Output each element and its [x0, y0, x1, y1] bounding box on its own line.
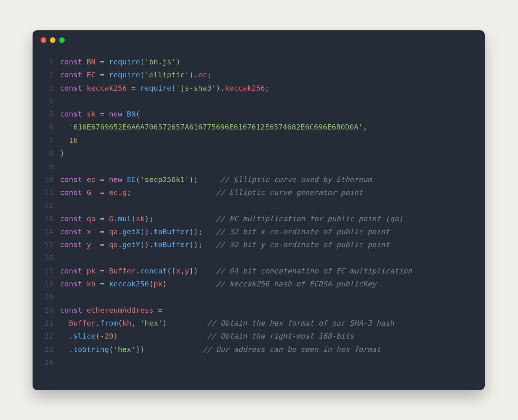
token-pn — [95, 110, 100, 118]
line-number: 2 — [33, 68, 60, 81]
code-line: 2const EC = require('elliptic').ec; — [33, 68, 485, 81]
token-vn: ec — [109, 188, 118, 197]
code-line: 21 Buffer.from(kh, 'hex') // Obtain the … — [33, 317, 485, 330]
line-content — [60, 290, 485, 303]
line-content: const y = qa.getY().toBuffer(); // 32 bi… — [60, 238, 485, 251]
token-pn — [198, 175, 220, 184]
token-kw: const — [60, 227, 82, 236]
token-pn — [104, 110, 109, 118]
token-pn — [95, 266, 100, 275]
traffic-light-zoom-icon[interactable] — [59, 37, 65, 43]
code-editor[interactable]: 1const BN = require('bn.js')2const EC = … — [33, 50, 485, 380]
line-number: 12 — [33, 199, 60, 212]
code-window: 1const BN = require('bn.js')2const EC = … — [33, 30, 485, 390]
token-pn — [104, 214, 109, 223]
token-cm: // EC multiplication for public point (q… — [216, 214, 403, 223]
token-pn: )) — [136, 345, 145, 354]
token-pn — [167, 279, 216, 288]
line-number: 13 — [33, 212, 60, 225]
token-pn — [104, 175, 109, 184]
token-pn: ) — [60, 149, 64, 158]
token-vn: ec — [87, 175, 95, 184]
token-pn: . — [118, 188, 122, 197]
token-fn: keccak256 — [109, 279, 149, 288]
token-vn: ec — [198, 70, 207, 79]
line-number: 10 — [33, 173, 60, 186]
token-pn — [198, 266, 216, 275]
token-pn: ) — [114, 332, 118, 340]
token-kw: const — [60, 188, 82, 197]
token-fn: concat — [140, 266, 167, 275]
line-number: 23 — [33, 343, 60, 356]
token-pn — [122, 175, 127, 184]
token-num: 16 — [69, 136, 78, 145]
token-vn: x — [176, 266, 180, 275]
code-line: 19 — [33, 290, 485, 303]
token-pn — [82, 214, 87, 223]
token-vn: pk — [154, 279, 162, 288]
line-number: 4 — [33, 95, 60, 108]
line-content: const x = qa.getX().toBuffer(); // 32 bi… — [60, 225, 485, 238]
line-content: const G = ec.g; // Elliptic curve genera… — [60, 186, 485, 199]
line-content: const BN = require('bn.js') — [60, 56, 485, 68]
token-cm: // keccak256 hash of ECDSA publicKey — [216, 279, 376, 288]
line-content: const ec = new EC('secp256k1'); // Ellip… — [60, 173, 485, 186]
token-pn — [104, 57, 109, 66]
token-pn — [91, 240, 100, 249]
token-num: -20 — [100, 332, 113, 340]
token-pn: ). — [216, 84, 225, 93]
line-number: 1 — [33, 56, 60, 68]
token-vn: qa — [109, 240, 118, 249]
code-line: 14const x = qa.getX().toBuffer(); // 32 … — [33, 225, 485, 238]
line-content: ) — [60, 147, 485, 160]
line-number: 8 — [33, 147, 60, 160]
token-kw: const — [60, 84, 82, 93]
line-number: 24 — [33, 356, 60, 369]
line-number: 3 — [33, 82, 60, 95]
token-vn: Buffer — [69, 319, 95, 327]
token-pn: = — [131, 84, 136, 93]
code-line: 16 — [33, 251, 485, 264]
token-pn: = — [100, 175, 104, 184]
token-vn: qa — [87, 214, 95, 223]
token-pn: (). — [140, 227, 154, 236]
token-pn — [104, 227, 109, 236]
traffic-light-minimize-icon[interactable] — [50, 37, 56, 43]
code-line: 20const ethereumAddress = — [33, 304, 485, 317]
code-line: 23 .toString('hex')) // Our address can … — [33, 343, 485, 356]
token-pn: ( — [118, 319, 122, 327]
token-pn — [60, 136, 69, 145]
token-pn: = — [100, 279, 104, 288]
code-line: 3const keccak256 = require('js-sha3').ke… — [33, 82, 485, 95]
token-pn: = — [100, 188, 104, 197]
token-pn: = — [158, 306, 162, 315]
traffic-light-close-icon[interactable] — [41, 37, 46, 43]
token-vn: kh — [122, 319, 131, 327]
token-pn: ; — [127, 188, 131, 197]
token-kw: const — [60, 240, 82, 249]
token-pn — [82, 175, 87, 184]
token-vn: qa — [109, 227, 118, 236]
token-pn — [167, 319, 207, 327]
token-vn: pk — [87, 266, 95, 275]
token-pn — [60, 319, 69, 327]
token-pn — [82, 306, 87, 315]
token-cm: // Our address can be seen in hex format — [202, 345, 381, 354]
token-pn: ) — [162, 319, 167, 327]
token-cm: // 32 bit x co-ordinate of public point — [216, 227, 390, 236]
line-content: 16 — [60, 134, 485, 147]
line-number: 16 — [33, 251, 60, 264]
code-line: 18const kh = keccak256(pk) // keccak256 … — [33, 278, 485, 290]
token-kw: const — [60, 279, 82, 288]
line-content: const ethereumAddress = — [60, 304, 485, 317]
token-pn — [104, 70, 109, 79]
token-pn: = — [100, 110, 104, 118]
token-cm: // Obtain the hex format of our SHA-3 ha… — [207, 319, 394, 327]
token-str: 'js-sha3' — [176, 84, 216, 93]
token-pn: , — [131, 319, 140, 327]
token-pn: ); — [189, 175, 198, 184]
token-vn: G — [109, 214, 114, 223]
token-pn — [202, 240, 216, 249]
token-kw: const — [60, 306, 82, 315]
token-pn — [154, 306, 158, 315]
